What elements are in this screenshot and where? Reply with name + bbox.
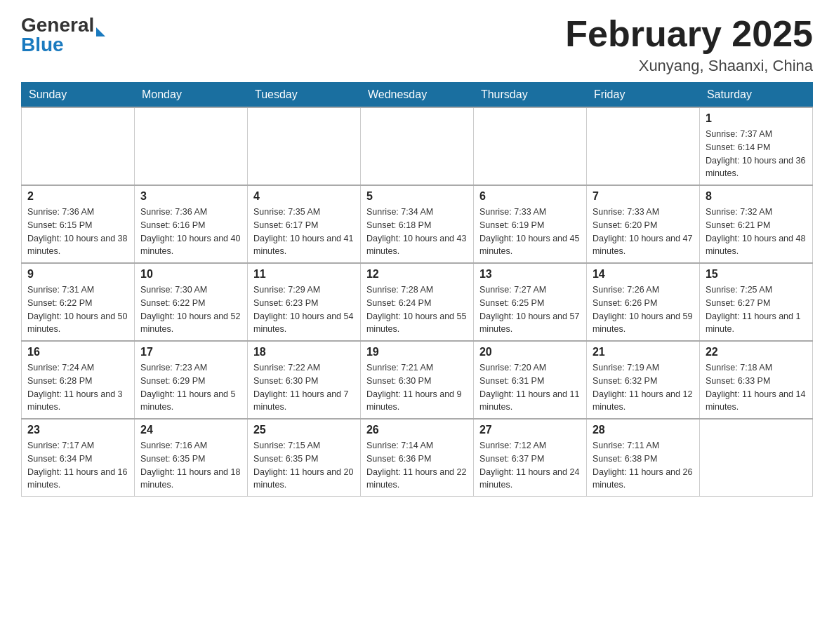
- calendar-cell: 1Sunrise: 7:37 AM Sunset: 6:14 PM Daylig…: [699, 107, 812, 185]
- day-info: Sunrise: 7:12 AM Sunset: 6:37 PM Dayligh…: [479, 439, 581, 492]
- day-number: 16: [27, 346, 128, 358]
- calendar-cell: 5Sunrise: 7:34 AM Sunset: 6:18 PM Daylig…: [360, 185, 473, 263]
- day-number: 2: [27, 190, 128, 203]
- calendar-table: SundayMondayTuesdayWednesdayThursdayFrid…: [21, 82, 813, 497]
- day-info: Sunrise: 7:15 AM Sunset: 6:35 PM Dayligh…: [253, 439, 355, 492]
- weekday-header-friday: Friday: [586, 83, 699, 108]
- calendar-cell: [22, 107, 135, 185]
- week-row-3: 9Sunrise: 7:31 AM Sunset: 6:22 PM Daylig…: [22, 263, 813, 341]
- title-block: February 2025 Xunyang, Shaanxi, China: [565, 14, 813, 75]
- logo-blue-text: Blue: [21, 34, 64, 56]
- day-info: Sunrise: 7:33 AM Sunset: 6:20 PM Dayligh…: [593, 206, 694, 258]
- day-info: Sunrise: 7:31 AM Sunset: 6:22 PM Dayligh…: [27, 283, 128, 336]
- day-number: 28: [593, 424, 694, 436]
- weekday-header-tuesday: Tuesday: [247, 83, 360, 108]
- day-info: Sunrise: 7:28 AM Sunset: 6:24 PM Dayligh…: [366, 283, 468, 336]
- day-info: Sunrise: 7:16 AM Sunset: 6:35 PM Dayligh…: [140, 439, 241, 492]
- weekday-header-sunday: Sunday: [22, 83, 135, 108]
- day-info: Sunrise: 7:36 AM Sunset: 6:15 PM Dayligh…: [27, 206, 128, 258]
- calendar-cell: 19Sunrise: 7:21 AM Sunset: 6:30 PM Dayli…: [360, 341, 473, 419]
- day-info: Sunrise: 7:26 AM Sunset: 6:26 PM Dayligh…: [593, 283, 694, 336]
- calendar-cell: 6Sunrise: 7:33 AM Sunset: 6:19 PM Daylig…: [473, 185, 586, 263]
- day-info: Sunrise: 7:34 AM Sunset: 6:18 PM Dayligh…: [366, 206, 468, 258]
- calendar-cell: 18Sunrise: 7:22 AM Sunset: 6:30 PM Dayli…: [247, 341, 360, 419]
- day-number: 12: [366, 268, 468, 281]
- day-info: Sunrise: 7:35 AM Sunset: 6:17 PM Dayligh…: [253, 206, 355, 258]
- weekday-header-monday: Monday: [134, 83, 247, 108]
- day-number: 14: [593, 268, 694, 281]
- day-number: 27: [479, 424, 581, 436]
- day-number: 22: [706, 346, 807, 358]
- day-number: 4: [253, 190, 355, 203]
- day-number: 8: [706, 190, 807, 203]
- calendar-cell: 13Sunrise: 7:27 AM Sunset: 6:25 PM Dayli…: [473, 263, 586, 341]
- calendar-cell: [247, 107, 360, 185]
- calendar-cell: 2Sunrise: 7:36 AM Sunset: 6:15 PM Daylig…: [22, 185, 135, 263]
- calendar-cell: 27Sunrise: 7:12 AM Sunset: 6:37 PM Dayli…: [473, 419, 586, 497]
- logo-arrow: [96, 27, 105, 36]
- day-info: Sunrise: 7:19 AM Sunset: 6:32 PM Dayligh…: [593, 361, 694, 414]
- calendar-cell: 25Sunrise: 7:15 AM Sunset: 6:35 PM Dayli…: [247, 419, 360, 497]
- day-number: 20: [479, 346, 581, 358]
- day-info: Sunrise: 7:23 AM Sunset: 6:29 PM Dayligh…: [140, 361, 241, 414]
- day-info: Sunrise: 7:32 AM Sunset: 6:21 PM Dayligh…: [706, 206, 807, 258]
- week-row-5: 23Sunrise: 7:17 AM Sunset: 6:34 PM Dayli…: [22, 419, 813, 497]
- calendar-cell: 21Sunrise: 7:19 AM Sunset: 6:32 PM Dayli…: [586, 341, 699, 419]
- day-info: Sunrise: 7:27 AM Sunset: 6:25 PM Dayligh…: [479, 283, 581, 336]
- day-number: 26: [366, 424, 468, 436]
- calendar-cell: 8Sunrise: 7:32 AM Sunset: 6:21 PM Daylig…: [699, 185, 812, 263]
- logo-combined: General Blue: [21, 14, 105, 56]
- calendar-cell: [473, 107, 586, 185]
- week-row-2: 2Sunrise: 7:36 AM Sunset: 6:15 PM Daylig…: [22, 185, 813, 263]
- calendar-cell: [586, 107, 699, 185]
- calendar-cell: 26Sunrise: 7:14 AM Sunset: 6:36 PM Dayli…: [360, 419, 473, 497]
- calendar-cell: 23Sunrise: 7:17 AM Sunset: 6:34 PM Dayli…: [22, 419, 135, 497]
- day-number: 21: [593, 346, 694, 358]
- page-header: General Blue February 2025 Xunyang, Shaa…: [21, 14, 813, 75]
- calendar-cell: 16Sunrise: 7:24 AM Sunset: 6:28 PM Dayli…: [22, 341, 135, 419]
- calendar-cell: 10Sunrise: 7:30 AM Sunset: 6:22 PM Dayli…: [134, 263, 247, 341]
- day-number: 6: [479, 190, 581, 203]
- day-number: 18: [253, 346, 355, 358]
- calendar-cell: 20Sunrise: 7:20 AM Sunset: 6:31 PM Dayli…: [473, 341, 586, 419]
- weekday-header-wednesday: Wednesday: [360, 83, 473, 108]
- day-number: 15: [706, 268, 807, 281]
- calendar-cell: 17Sunrise: 7:23 AM Sunset: 6:29 PM Dayli…: [134, 341, 247, 419]
- calendar-cell: 4Sunrise: 7:35 AM Sunset: 6:17 PM Daylig…: [247, 185, 360, 263]
- day-info: Sunrise: 7:14 AM Sunset: 6:36 PM Dayligh…: [366, 439, 468, 492]
- day-number: 19: [366, 346, 468, 358]
- day-number: 17: [140, 346, 241, 358]
- calendar-cell: [699, 419, 812, 497]
- day-number: 7: [593, 190, 694, 203]
- day-info: Sunrise: 7:11 AM Sunset: 6:38 PM Dayligh…: [593, 439, 694, 492]
- calendar-cell: [360, 107, 473, 185]
- logo: General Blue: [21, 14, 105, 56]
- calendar-cell: 28Sunrise: 7:11 AM Sunset: 6:38 PM Dayli…: [586, 419, 699, 497]
- day-number: 9: [27, 268, 128, 281]
- day-number: 3: [140, 190, 241, 203]
- day-number: 1: [706, 112, 807, 125]
- day-info: Sunrise: 7:22 AM Sunset: 6:30 PM Dayligh…: [253, 361, 355, 414]
- calendar-cell: [134, 107, 247, 185]
- day-info: Sunrise: 7:24 AM Sunset: 6:28 PM Dayligh…: [27, 361, 128, 414]
- day-number: 11: [253, 268, 355, 281]
- day-info: Sunrise: 7:21 AM Sunset: 6:30 PM Dayligh…: [366, 361, 468, 414]
- week-row-1: 1Sunrise: 7:37 AM Sunset: 6:14 PM Daylig…: [22, 107, 813, 185]
- calendar-cell: 14Sunrise: 7:26 AM Sunset: 6:26 PM Dayli…: [586, 263, 699, 341]
- weekday-header-row: SundayMondayTuesdayWednesdayThursdayFrid…: [22, 83, 813, 108]
- day-info: Sunrise: 7:30 AM Sunset: 6:22 PM Dayligh…: [140, 283, 241, 336]
- day-info: Sunrise: 7:20 AM Sunset: 6:31 PM Dayligh…: [479, 361, 581, 414]
- day-info: Sunrise: 7:36 AM Sunset: 6:16 PM Dayligh…: [140, 206, 241, 258]
- day-number: 10: [140, 268, 241, 281]
- day-info: Sunrise: 7:25 AM Sunset: 6:27 PM Dayligh…: [706, 283, 807, 336]
- calendar-cell: 24Sunrise: 7:16 AM Sunset: 6:35 PM Dayli…: [134, 419, 247, 497]
- day-info: Sunrise: 7:33 AM Sunset: 6:19 PM Dayligh…: [479, 206, 581, 258]
- calendar-cell: 22Sunrise: 7:18 AM Sunset: 6:33 PM Dayli…: [699, 341, 812, 419]
- calendar-cell: 11Sunrise: 7:29 AM Sunset: 6:23 PM Dayli…: [247, 263, 360, 341]
- calendar-location: Xunyang, Shaanxi, China: [565, 57, 813, 75]
- day-number: 13: [479, 268, 581, 281]
- day-info: Sunrise: 7:18 AM Sunset: 6:33 PM Dayligh…: [706, 361, 807, 414]
- day-number: 23: [27, 424, 128, 436]
- week-row-4: 16Sunrise: 7:24 AM Sunset: 6:28 PM Dayli…: [22, 341, 813, 419]
- calendar-cell: 3Sunrise: 7:36 AM Sunset: 6:16 PM Daylig…: [134, 185, 247, 263]
